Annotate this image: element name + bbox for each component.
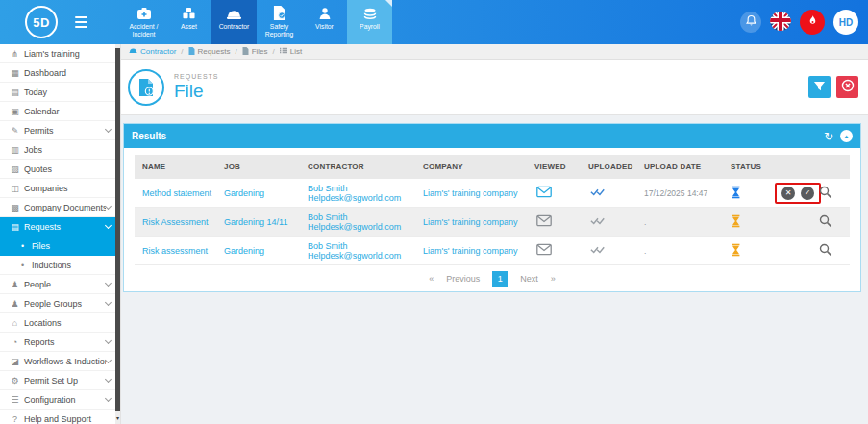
contractor-name: Bob Smith	[308, 241, 348, 251]
chevron-down-icon	[105, 279, 112, 286]
sidebar-item-quotes[interactable]: ▨ Quotes	[0, 160, 120, 179]
sidebar-item-inductions[interactable]: • Inductions	[0, 256, 120, 275]
breadcrumb-list[interactable]: List	[280, 47, 302, 56]
app-logo[interactable]: 5D	[25, 6, 58, 38]
sidebar-item-permit-set-up[interactable]: ⚙ Permit Set Up	[0, 371, 120, 390]
refresh-icon[interactable]: ↻	[824, 131, 833, 142]
first-page-button[interactable]: «	[429, 274, 434, 284]
sidebar-item-workflows-inductions[interactable]: ◪ Workflows & Inductions	[0, 352, 120, 371]
breadcrumb-contractor[interactable]: Contractor	[129, 47, 176, 56]
sidebar-item-jobs[interactable]: ▥ Jobs	[0, 140, 120, 160]
sidebar-item-requests[interactable]: ▤ Requests	[0, 217, 120, 237]
chevron-down-icon	[105, 394, 112, 401]
viewed-indicator	[527, 186, 581, 200]
view-details-button[interactable]	[813, 186, 850, 201]
file-name-link[interactable]: Risk Assessment	[135, 217, 216, 227]
last-page-button[interactable]: »	[551, 274, 556, 284]
sidebar-item-today[interactable]: ▤ Today	[0, 83, 120, 102]
column-header-name[interactable]: NAME	[135, 162, 216, 171]
clear-filters-button[interactable]	[836, 76, 858, 98]
sidebar-item-calendar[interactable]: ▣ Calendar	[0, 102, 120, 121]
status-awaiting-icon	[723, 243, 763, 259]
page-header: REQUESTS File	[121, 60, 868, 115]
column-header-job[interactable]: JOB	[216, 162, 300, 171]
people-groups-icon: ♟	[8, 299, 22, 309]
job-link[interactable]: Gardening	[216, 188, 300, 198]
sidebar-item-permits[interactable]: ✎ Permits	[0, 121, 120, 140]
module-tab-asset[interactable]: Asset	[166, 0, 211, 44]
file-name-link[interactable]: Risk assessment	[135, 246, 216, 256]
company-link[interactable]: Liam's' training company	[415, 217, 527, 227]
alerts-button[interactable]	[800, 10, 825, 35]
sidebar-item-people-groups[interactable]: ♟ People Groups	[0, 294, 120, 313]
file-name-link[interactable]: Method statement	[135, 188, 216, 198]
module-tab-accident-incident[interactable]: Accident / Incident	[121, 0, 166, 44]
envelope-open-icon	[536, 190, 552, 200]
view-details-button[interactable]	[813, 243, 850, 259]
reject-button[interactable]: ✕	[781, 187, 795, 200]
coins-icon	[362, 6, 378, 20]
breadcrumb-requests[interactable]: Requests	[188, 47, 231, 57]
sidebar-item-reports[interactable]: ◔ Reports	[0, 333, 120, 352]
previous-page-button[interactable]: Previous	[446, 274, 480, 284]
collapse-panel-icon[interactable]: ▴	[840, 130, 853, 142]
chevron-down-icon	[105, 125, 112, 132]
sidebar-item-people[interactable]: ♟ People	[0, 275, 120, 294]
sidebar-item-liams-training[interactable]: ⋔ Liam's training	[0, 44, 120, 63]
company-link[interactable]: Liam's' training company	[415, 246, 527, 256]
viewed-indicator	[527, 243, 581, 258]
user-avatar[interactable]: HD	[833, 10, 858, 35]
contractor-cell[interactable]: Bob Smith Helpdesk@sgworld.com	[300, 212, 415, 232]
viewed-indicator	[527, 214, 581, 229]
help-icon: ?	[8, 414, 22, 424]
job-link[interactable]: Gardening 14/11	[216, 217, 300, 227]
results-panel: Results ↻ ▴ NAME JOB CONTRACTOR COMPANY …	[123, 123, 861, 292]
job-link[interactable]: Gardening	[216, 246, 300, 256]
sidebar-item-locations[interactable]: ⌂ Locations	[0, 313, 120, 333]
module-tab-visitor[interactable]: Visitor	[302, 0, 347, 44]
contractor-cell[interactable]: Bob Smith Helpdesk@sgworld.com	[300, 241, 415, 261]
filter-button[interactable]	[808, 76, 831, 98]
contractor-cell[interactable]: Bob Smith Helpdesk@sgworld.com	[300, 184, 415, 203]
uploaded-indicator	[581, 245, 636, 256]
module-tab-contractor[interactable]: Contractor	[211, 0, 257, 44]
module-label: Asset	[167, 23, 211, 31]
module-tab-safety-reporting[interactable]: Safety Reporting	[257, 0, 302, 44]
menu-toggle-icon[interactable]	[75, 16, 87, 28]
sidebar-item-help-and-support[interactable]: ? Help and Support	[0, 410, 120, 424]
company-link[interactable]: Liam's' training company	[415, 188, 527, 198]
module-label: Safety Reporting	[258, 23, 302, 38]
circle-x-icon	[841, 79, 855, 96]
reports-icon: ◔	[8, 337, 22, 347]
next-page-button[interactable]: Next	[520, 274, 538, 284]
language-button[interactable]	[770, 12, 791, 33]
contractor-name: Bob Smith	[308, 212, 348, 222]
view-details-button[interactable]	[813, 214, 850, 230]
column-header-company[interactable]: COMPANY	[415, 162, 527, 171]
workflows-icon: ◪	[8, 357, 22, 366]
breadcrumb-files[interactable]: Files	[242, 47, 268, 57]
approve-button[interactable]: ✓	[801, 187, 814, 200]
sidebar-item-dashboard[interactable]: ▦ Dashboard	[0, 63, 120, 83]
scrollbar-thumb[interactable]	[115, 48, 120, 411]
column-header-upload-date[interactable]: UPLOAD DATE	[636, 162, 723, 171]
notifications-button[interactable]	[740, 12, 761, 33]
sidebar-item-companies[interactable]: ◫ Companies	[0, 179, 120, 198]
current-page-button[interactable]: 1	[492, 271, 508, 287]
companies-icon: ◫	[8, 184, 22, 193]
scroll-down-arrow-icon[interactable]: ▾	[115, 412, 120, 424]
sidebar-scrollbar[interactable]: ▾	[115, 44, 120, 424]
sidebar-item-company-documents[interactable]: ▩ Company Documents	[0, 198, 120, 217]
permits-icon: ✎	[8, 126, 22, 136]
column-header-uploaded[interactable]: UPLOADED	[581, 162, 636, 171]
contractor-email: Helpdesk@sgworld.com	[308, 251, 415, 261]
results-table: NAME JOB CONTRACTOR COMPANY VIEWED UPLOA…	[124, 148, 860, 291]
module-tab-payroll[interactable]: Payroll	[347, 0, 392, 44]
column-header-contractor[interactable]: CONTRACTOR	[300, 162, 415, 171]
sidebar-item-configuration[interactable]: ☰ Configuration	[0, 390, 120, 410]
sidebar-item-files[interactable]: • Files	[0, 237, 120, 256]
jobs-icon: ▥	[8, 145, 22, 155]
column-header-status[interactable]: STATUS	[723, 162, 763, 171]
upload-date: .	[636, 217, 723, 227]
column-header-viewed[interactable]: VIEWED	[527, 162, 581, 171]
